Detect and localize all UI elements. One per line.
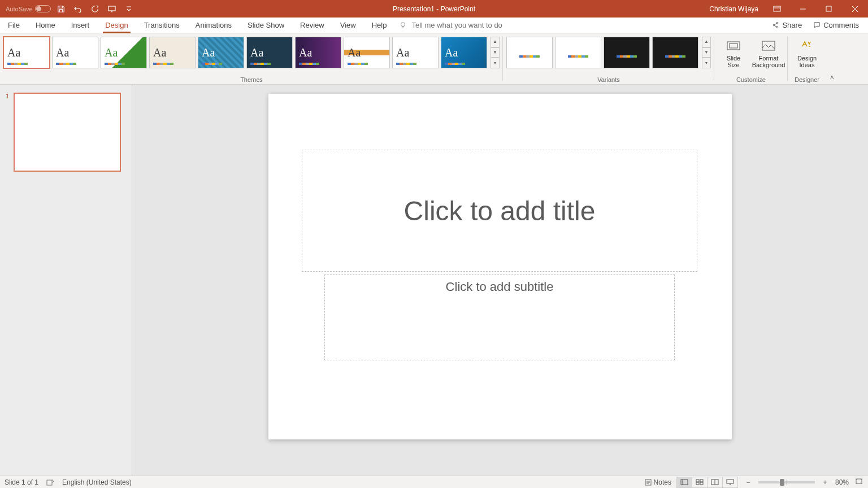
slide-size-button[interactable]: Slide Size	[718, 37, 749, 76]
tell-me-search[interactable]	[399, 18, 536, 33]
variants-scroll-down[interactable]: ▼	[702, 47, 711, 58]
tell-me-input[interactable]	[411, 21, 536, 29]
theme-thumb-9[interactable]: Aa	[441, 37, 487, 68]
subtitle-placeholder[interactable]: Click to add subtitle	[324, 274, 675, 360]
theme-thumb-5[interactable]: Aa	[246, 37, 293, 68]
svg-point-4	[776, 22, 778, 24]
start-from-beginning-icon[interactable]	[105, 2, 119, 16]
ribbon-display-options-icon[interactable]	[764, 0, 790, 18]
slide-size-icon	[726, 39, 741, 54]
tab-slideshow[interactable]: Slide Show	[240, 18, 292, 33]
slideshow-view-button[interactable]	[722, 477, 738, 488]
user-name[interactable]: Christian Wijaya	[704, 5, 764, 13]
tab-animations[interactable]: Animations	[188, 18, 240, 33]
theme-thumb-4[interactable]: Aa	[198, 37, 244, 68]
variant-thumb-1[interactable]	[555, 37, 601, 68]
collapse-ribbon-icon[interactable]: ʌ	[826, 33, 837, 84]
themes-more[interactable]: ▾	[491, 58, 500, 68]
svg-rect-10	[47, 480, 52, 485]
svg-rect-0	[108, 6, 115, 11]
slide-thumbnail-panel: 1	[0, 85, 132, 476]
variants-scroll: ▲ ▼ ▾	[702, 37, 711, 68]
svg-point-6	[776, 27, 778, 28]
title-placeholder[interactable]: Click to add title	[302, 150, 697, 272]
themes-scroll: ▲ ▼ ▾	[491, 37, 500, 68]
customize-group-label: Customize	[714, 76, 788, 83]
zoom-in-button[interactable]: +	[821, 478, 830, 486]
themes-scroll-down[interactable]: ▼	[491, 47, 500, 58]
theme-thumb-8[interactable]: Aa	[392, 37, 439, 68]
status-bar: Slide 1 of 1 English (United States) Not…	[0, 476, 868, 488]
format-background-icon	[761, 39, 776, 54]
variants-scroll-up[interactable]: ▲	[702, 37, 711, 47]
svg-point-5	[774, 24, 775, 26]
slide-sorter-view-button[interactable]	[692, 477, 708, 488]
spellcheck-icon[interactable]	[46, 478, 54, 486]
svg-rect-18	[727, 480, 734, 483]
autosave-toggle[interactable]: AutoSave	[6, 5, 51, 12]
slide-canvas-area[interactable]: Click to add title Click to add subtitle	[132, 85, 868, 476]
zoom-slider[interactable]	[758, 481, 815, 483]
notes-button[interactable]: Notes	[645, 478, 671, 486]
zoom-level[interactable]: 80%	[835, 478, 849, 486]
close-button[interactable]	[842, 0, 868, 18]
designer-group-label: Designer	[788, 76, 826, 83]
share-button[interactable]: Share	[767, 21, 806, 29]
customize-group: Slide Size Format Background Customize	[714, 33, 788, 84]
save-icon[interactable]	[54, 2, 68, 16]
redo-icon[interactable]	[88, 2, 102, 16]
svg-rect-8	[730, 43, 737, 48]
tab-view[interactable]: View	[332, 18, 364, 33]
variant-thumb-3[interactable]	[652, 37, 698, 68]
svg-rect-1	[774, 6, 780, 11]
themes-group: AaAaAaAaAaAaAaAaAaAa ▲ ▼ ▾ Themes	[0, 33, 503, 84]
slide-thumbnail-1[interactable]	[14, 93, 121, 172]
variants-more[interactable]: ▾	[702, 58, 711, 68]
theme-thumb-2[interactable]: Aa	[101, 37, 147, 68]
theme-thumb-1[interactable]: Aa	[52, 37, 98, 68]
themes-group-label: Themes	[0, 76, 503, 83]
ribbon: AaAaAaAaAaAaAaAaAaAa ▲ ▼ ▾ Themes ▲ ▼ ▾ …	[0, 33, 868, 85]
theme-thumb-7[interactable]: Aa	[344, 37, 390, 68]
minimize-button[interactable]	[790, 0, 816, 18]
svg-rect-13	[696, 480, 699, 482]
svg-rect-12	[681, 480, 688, 485]
variants-group: ▲ ▼ ▾ Variants	[503, 33, 714, 84]
variant-thumb-2[interactable]	[604, 37, 650, 68]
tab-home[interactable]: Home	[28, 18, 63, 33]
tab-insert[interactable]: Insert	[63, 18, 98, 33]
theme-thumb-0[interactable]: Aa	[3, 37, 50, 68]
reading-view-button[interactable]	[707, 477, 723, 488]
title-bar: AutoSave Presentation1 - PowerPoint Chri…	[0, 0, 868, 18]
autosave-label: AutoSave	[6, 6, 33, 12]
comments-button[interactable]: Comments	[809, 21, 863, 29]
work-area: 1 Click to add title Click to add subtit…	[0, 85, 868, 476]
variant-thumb-0[interactable]	[506, 37, 553, 68]
slide-counter[interactable]: Slide 1 of 1	[5, 478, 38, 486]
themes-scroll-up[interactable]: ▲	[491, 37, 500, 47]
language-status[interactable]: English (United States)	[62, 478, 132, 486]
lightbulb-icon	[399, 21, 407, 29]
tab-transitions[interactable]: Transitions	[136, 18, 188, 33]
tab-design[interactable]: Design	[97, 18, 136, 33]
format-background-button[interactable]: Format Background	[753, 37, 784, 76]
theme-thumb-6[interactable]: Aa	[295, 37, 341, 68]
maximize-button[interactable]	[816, 0, 842, 18]
undo-icon[interactable]	[71, 2, 85, 16]
zoom-out-button[interactable]: −	[744, 478, 753, 486]
svg-rect-15	[696, 482, 699, 485]
svg-rect-7	[727, 42, 740, 50]
tab-file[interactable]: File	[0, 18, 28, 33]
slide-thumb-number: 1	[6, 93, 9, 172]
theme-thumb-3[interactable]: Aa	[149, 37, 196, 68]
notes-icon	[645, 479, 652, 486]
svg-rect-16	[700, 482, 703, 485]
qat-customize-icon[interactable]	[122, 2, 136, 16]
tab-help[interactable]: Help	[364, 18, 395, 33]
ribbon-tabs: File Home Insert Design Transitions Anim…	[0, 18, 868, 33]
normal-view-button[interactable]	[676, 477, 692, 488]
tab-review[interactable]: Review	[292, 18, 332, 33]
window-title: Presentation1 - PowerPoint	[393, 5, 475, 13]
fit-to-window-button[interactable]	[854, 478, 863, 486]
design-ideas-button[interactable]: Design Ideas	[791, 37, 823, 76]
